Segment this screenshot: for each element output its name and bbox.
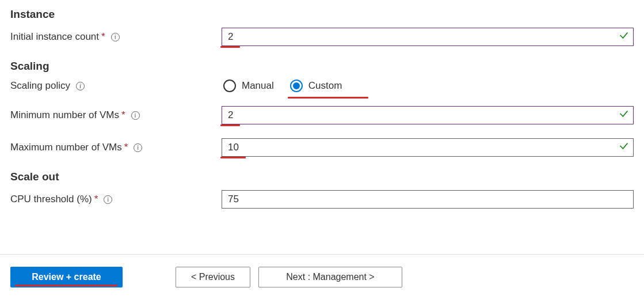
radio-label-custom: Custom [308,80,342,92]
label-text: Minimum number of VMs [10,109,119,121]
field-initial-instance-count [222,28,634,46]
footer-bar: Review + create < Previous Next : Manage… [0,254,644,299]
row-max-vms: Maximum number of VMs * i [10,138,634,157]
radio-manual[interactable]: Manual [223,80,274,92]
row-min-vms: Minimum number of VMs * i [10,106,634,124]
field-min-vms [222,106,634,124]
button-label: Next : Management > [286,272,374,282]
required-asterisk: * [124,142,128,153]
annotation-underline [288,97,368,99]
row-cpu-threshold: CPU threshold (%) * i [10,190,634,209]
label-min-vms: Minimum number of VMs * i [10,109,222,121]
required-asterisk: * [94,194,98,205]
previous-button[interactable]: < Previous [176,267,250,287]
label-initial-instance-count: Initial instance count * i [10,31,222,43]
field-max-vms [222,138,634,157]
label-cpu-threshold: CPU threshold (%) * i [10,194,222,205]
field-cpu-threshold [222,190,634,209]
label-text: Maximum number of VMs [10,142,122,153]
info-icon[interactable]: i [131,111,140,120]
section-header-scaling: Scaling [10,60,634,73]
button-label: < Previous [191,272,235,282]
cpu-threshold-input[interactable] [222,190,634,209]
annotation-underline [220,46,240,48]
section-header-instance: Instance [10,8,634,21]
label-scaling-policy: Scaling policy i [10,80,223,92]
label-text: Initial instance count [10,31,99,43]
label-max-vms: Maximum number of VMs * i [10,142,222,153]
required-asterisk: * [101,31,105,43]
annotation-underline [15,285,117,286]
radio-circle-icon [223,80,236,92]
annotation-underline [220,157,246,158]
info-icon[interactable]: i [76,82,85,90]
label-text: Scaling policy [10,80,70,92]
required-asterisk: * [121,109,125,121]
max-vms-input[interactable] [222,138,634,157]
row-initial-instance-count: Initial instance count * i [10,28,634,46]
min-vms-input[interactable] [222,106,634,124]
initial-instance-count-input[interactable] [222,28,634,46]
info-icon[interactable]: i [111,33,120,41]
annotation-underline [220,124,240,126]
section-header-scale-out: Scale out [10,171,634,183]
review-create-button[interactable]: Review + create [10,267,123,287]
label-text: CPU threshold (%) [10,194,92,205]
radio-circle-icon [290,80,303,92]
next-management-button[interactable]: Next : Management > [258,267,402,287]
row-scaling-policy: Scaling policy i Manual Custom [10,80,634,92]
info-icon[interactable]: i [104,195,112,204]
info-icon[interactable]: i [134,143,142,152]
radio-label-manual: Manual [242,80,274,92]
button-label: Review + create [32,272,101,282]
scaling-policy-radio-group: Manual Custom [223,80,342,92]
radio-custom[interactable]: Custom [290,80,342,92]
